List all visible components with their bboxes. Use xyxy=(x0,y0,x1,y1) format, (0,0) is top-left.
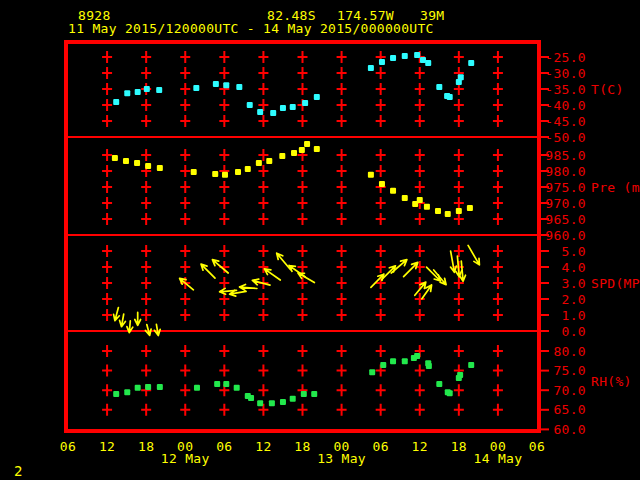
grid-cross xyxy=(493,115,503,127)
grid-cross xyxy=(454,181,464,193)
grid-cross xyxy=(298,261,308,273)
wind-arrow xyxy=(298,273,314,283)
ytick-label: -30.0 xyxy=(545,66,586,81)
pressure-point xyxy=(314,146,320,152)
temperature-point xyxy=(156,87,162,93)
temperature-point xyxy=(124,90,130,96)
grid-cross xyxy=(141,404,151,416)
grid-cross xyxy=(493,277,503,289)
grid-cross xyxy=(141,277,151,289)
grid-cross xyxy=(415,365,425,377)
grid-cross xyxy=(102,99,112,111)
grid-cross xyxy=(376,245,386,257)
humidity-point xyxy=(124,389,130,395)
grid-cross xyxy=(258,213,268,225)
grid-cross xyxy=(337,277,347,289)
humidity-point xyxy=(269,400,275,406)
grid-cross xyxy=(141,365,151,377)
grid-cross xyxy=(298,83,308,95)
wind-arrow xyxy=(468,245,479,265)
wind-arrow xyxy=(264,269,280,280)
grid-cross xyxy=(493,245,503,257)
ytick-label: 75.0 xyxy=(553,363,586,378)
pressure-point xyxy=(368,172,374,178)
grid-cross xyxy=(180,67,190,79)
temperature-point xyxy=(468,60,474,66)
grid-cross xyxy=(258,309,268,321)
grid-cross xyxy=(141,197,151,209)
grid-cross xyxy=(219,99,229,111)
grid-cross xyxy=(415,309,425,321)
grid-cross xyxy=(102,181,112,193)
humidity-point xyxy=(145,384,151,390)
date-label: 14 May xyxy=(474,451,523,466)
grid-cross xyxy=(180,384,190,396)
grid-cross xyxy=(415,83,425,95)
date-label: 12 May xyxy=(161,451,210,466)
grid-cross xyxy=(454,345,464,357)
grid-cross xyxy=(258,384,268,396)
humidity-point xyxy=(135,385,141,391)
temperature-point xyxy=(414,52,420,58)
humidity-point xyxy=(402,358,408,364)
humidity-point xyxy=(214,381,220,387)
pressure-point xyxy=(304,141,310,147)
grid-cross xyxy=(337,149,347,161)
grid-cross xyxy=(258,365,268,377)
grid-cross xyxy=(141,309,151,321)
humidity-point xyxy=(234,385,240,391)
axis-unit-label: SPD(MPS) xyxy=(591,276,640,291)
grid-cross xyxy=(454,165,464,177)
temperature-point xyxy=(236,84,242,90)
humidity-point xyxy=(194,385,200,391)
grid-cross xyxy=(219,115,229,127)
grid-cross xyxy=(258,245,268,257)
grid-cross xyxy=(376,67,386,79)
ytick-label: 1.0 xyxy=(562,308,586,323)
grid-cross xyxy=(180,165,190,177)
ytick-label: 2.0 xyxy=(562,292,586,307)
temperature-point xyxy=(302,100,308,106)
temperature-point xyxy=(314,94,320,100)
xtick-label: 12 xyxy=(255,439,271,454)
grid-cross xyxy=(102,365,112,377)
grid-cross xyxy=(102,83,112,95)
temperature-point xyxy=(113,99,119,105)
grid-cross xyxy=(219,181,229,193)
grid-cross xyxy=(180,115,190,127)
pressure-point xyxy=(212,171,218,177)
date-label: 13 May xyxy=(317,451,366,466)
grid-cross xyxy=(141,245,151,257)
grid-cross xyxy=(298,51,308,63)
grid-cross xyxy=(376,277,386,289)
xtick-label: 06 xyxy=(529,439,545,454)
grid-cross xyxy=(180,261,190,273)
xtick-label: 06 xyxy=(373,439,389,454)
grid-cross xyxy=(376,404,386,416)
pressure-point xyxy=(291,150,297,156)
grid-cross xyxy=(337,99,347,111)
grid-cross xyxy=(493,213,503,225)
pressure-point xyxy=(235,169,241,175)
grid-cross xyxy=(258,197,268,209)
temperature-point xyxy=(447,94,453,100)
grid-cross xyxy=(219,365,229,377)
pressure-point xyxy=(467,205,473,211)
grid-cross xyxy=(102,197,112,209)
grid-cross xyxy=(493,309,503,321)
grid-cross xyxy=(337,51,347,63)
pressure-point xyxy=(402,195,408,201)
grid-cross xyxy=(180,245,190,257)
temperature-point xyxy=(402,53,408,59)
grid-cross xyxy=(415,213,425,225)
grid-cross xyxy=(102,261,112,273)
grid-cross xyxy=(376,345,386,357)
grid-cross xyxy=(376,83,386,95)
pressure-point xyxy=(299,147,305,153)
grid-cross xyxy=(376,99,386,111)
grid-cross xyxy=(258,83,268,95)
grid-cross xyxy=(102,293,112,305)
grid-cross xyxy=(141,99,151,111)
grid-cross xyxy=(376,309,386,321)
grid-cross xyxy=(454,384,464,396)
